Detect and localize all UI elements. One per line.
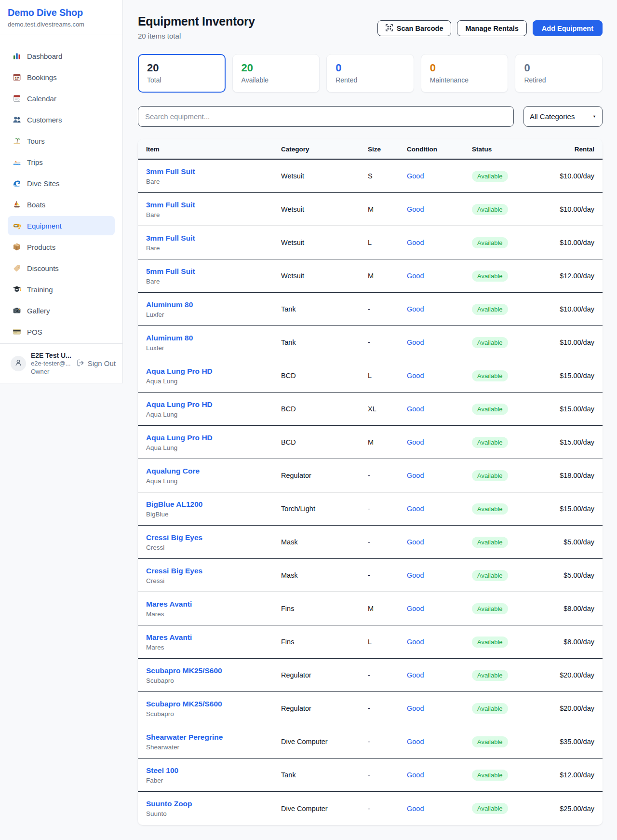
- condition-link[interactable]: Good: [407, 671, 424, 679]
- condition-link[interactable]: Good: [407, 239, 424, 246]
- condition-link[interactable]: Good: [407, 405, 424, 413]
- sidebar-item-dashboard[interactable]: Dashboard: [8, 46, 115, 66]
- sidebar-item-products[interactable]: Products: [8, 237, 115, 257]
- condition-link[interactable]: Good: [407, 538, 424, 546]
- item-name-link[interactable]: Mares Avanti: [146, 600, 281, 609]
- manage-rentals-button[interactable]: Manage Rentals: [457, 20, 526, 36]
- sidebar-item-calendar[interactable]: Calendar: [8, 89, 115, 108]
- condition-link[interactable]: Good: [407, 805, 424, 813]
- item-cell: Aqua Lung Pro HD Aqua Lung: [146, 434, 281, 451]
- item-name-link[interactable]: Aqua Lung Pro HD: [146, 434, 281, 442]
- item-name-link[interactable]: Aqualung Core: [146, 467, 281, 475]
- sidebar-item-tours[interactable]: Tours: [8, 131, 115, 150]
- sidebar-item-customers[interactable]: Customers: [8, 110, 115, 129]
- item-name-link[interactable]: Cressi Big Eyes: [146, 567, 281, 575]
- stat-label: Maintenance: [430, 76, 499, 84]
- stat-card-rented[interactable]: 0 Rented: [326, 54, 414, 93]
- condition-link[interactable]: Good: [407, 705, 424, 712]
- condition-link[interactable]: Good: [407, 505, 424, 513]
- item-category: BCD: [281, 405, 368, 413]
- item-brand: Luxfer: [146, 344, 281, 352]
- brand-block: Demo Dive Shop demo.test.divestreams.com: [0, 0, 122, 35]
- sidebar-item-label: POS: [27, 328, 42, 336]
- item-size: -: [368, 671, 407, 679]
- item-name-link[interactable]: 3mm Full Suit: [146, 201, 281, 209]
- search-input[interactable]: [138, 106, 514, 127]
- condition-link[interactable]: Good: [407, 339, 424, 346]
- table-row: Scubapro MK25/S600 Scubapro Regulator - …: [138, 692, 603, 725]
- condition-link[interactable]: Good: [407, 438, 424, 446]
- stat-value: 0: [335, 61, 405, 75]
- item-size: M: [368, 272, 407, 280]
- condition-link[interactable]: Good: [407, 771, 424, 779]
- condition-link[interactable]: Good: [407, 738, 424, 745]
- item-name-link[interactable]: Steel 100: [146, 766, 281, 775]
- item-name-link[interactable]: Aluminum 80: [146, 300, 281, 309]
- rental-price: $12.00/day: [539, 771, 594, 779]
- condition-link[interactable]: Good: [407, 205, 424, 213]
- sidebar-item-training[interactable]: Training: [8, 280, 115, 299]
- column-header-size: Size: [368, 146, 407, 153]
- item-category: Tank: [281, 771, 368, 779]
- condition-link[interactable]: Good: [407, 372, 424, 379]
- table-row: 5mm Full Suit Bare Wetsuit M Good Availa…: [138, 259, 603, 293]
- item-name-link[interactable]: Aqua Lung Pro HD: [146, 400, 281, 409]
- svg-text:17: 17: [15, 76, 19, 81]
- item-cell: Mares Avanti Mares: [146, 633, 281, 651]
- sidebar-item-pos[interactable]: POS: [8, 322, 115, 341]
- sign-out-button[interactable]: Sign Out: [77, 359, 116, 368]
- category-select[interactable]: All Categories: [523, 106, 603, 127]
- stat-card-maintenance[interactable]: 0 Maintenance: [421, 54, 509, 93]
- table-row: Aqua Lung Pro HD Aqua Lung BCD XL Good A…: [138, 393, 603, 426]
- stat-card-retired[interactable]: 0 Retired: [515, 54, 603, 93]
- status-badge: Available: [472, 637, 508, 648]
- status-badge: Available: [472, 770, 508, 781]
- sidebar-item-bookings[interactable]: 17 Bookings: [8, 68, 115, 87]
- sidebar-item-equipment[interactable]: Equipment: [8, 216, 115, 235]
- item-category: Regulator: [281, 472, 368, 479]
- item-category: BCD: [281, 372, 368, 379]
- stat-value: 0: [430, 61, 499, 75]
- condition-link[interactable]: Good: [407, 605, 424, 612]
- stat-card-total[interactable]: 20 Total: [138, 54, 226, 93]
- status-badge: Available: [472, 370, 508, 381]
- condition-link[interactable]: Good: [407, 172, 424, 180]
- rental-price: $20.00/day: [539, 705, 594, 712]
- condition-link[interactable]: Good: [407, 472, 424, 479]
- stat-card-available[interactable]: 20 Available: [232, 54, 320, 93]
- item-name-link[interactable]: Mares Avanti: [146, 633, 281, 642]
- item-name-link[interactable]: Scubapro MK25/S600: [146, 666, 281, 675]
- add-equipment-label: Add Equipment: [542, 25, 593, 32]
- scan-barcode-button[interactable]: Scan Barcode: [377, 20, 452, 36]
- sidebar-nav: Dashboard 17 Bookings Calendar Customers…: [0, 35, 122, 343]
- item-name-link[interactable]: BigBlue AL1200: [146, 500, 281, 509]
- item-name-link[interactable]: Cressi Big Eyes: [146, 533, 281, 542]
- item-size: M: [368, 205, 407, 213]
- condition-link[interactable]: Good: [407, 305, 424, 313]
- sidebar-item-trips[interactable]: Trips: [8, 152, 115, 172]
- item-cell: Suunto Zoop Suunto: [146, 799, 281, 817]
- condition-link[interactable]: Good: [407, 571, 424, 579]
- item-name-link[interactable]: Scubapro MK25/S600: [146, 700, 281, 708]
- sidebar-item-dive-sites[interactable]: Dive Sites: [8, 174, 115, 193]
- item-name-link[interactable]: Aluminum 80: [146, 334, 281, 342]
- item-name-link[interactable]: Shearwater Peregrine: [146, 733, 281, 742]
- item-name-link[interactable]: 3mm Full Suit: [146, 234, 281, 243]
- item-size: -: [368, 538, 407, 546]
- item-name-link[interactable]: Aqua Lung Pro HD: [146, 367, 281, 376]
- item-name-link[interactable]: 3mm Full Suit: [146, 167, 281, 176]
- add-equipment-button[interactable]: Add Equipment: [533, 20, 603, 36]
- rental-price: $15.00/day: [539, 438, 594, 446]
- table-row: Aluminum 80 Luxfer Tank - Good Available…: [138, 293, 603, 326]
- graduation-cap-icon: [13, 285, 21, 294]
- item-name-link[interactable]: Suunto Zoop: [146, 799, 281, 808]
- item-name-link[interactable]: 5mm Full Suit: [146, 267, 281, 276]
- sidebar-item-gallery[interactable]: Gallery: [8, 301, 115, 320]
- condition-link[interactable]: Good: [407, 638, 424, 646]
- sidebar-item-discounts[interactable]: Discounts: [8, 258, 115, 278]
- sidebar-item-label: Boats: [27, 201, 45, 209]
- condition-link[interactable]: Good: [407, 272, 424, 280]
- brand-title[interactable]: Demo Dive Shop: [8, 7, 115, 18]
- sidebar-item-boats[interactable]: Boats: [8, 195, 115, 214]
- table-row: Suunto Zoop Suunto Dive Computer - Good …: [138, 792, 603, 825]
